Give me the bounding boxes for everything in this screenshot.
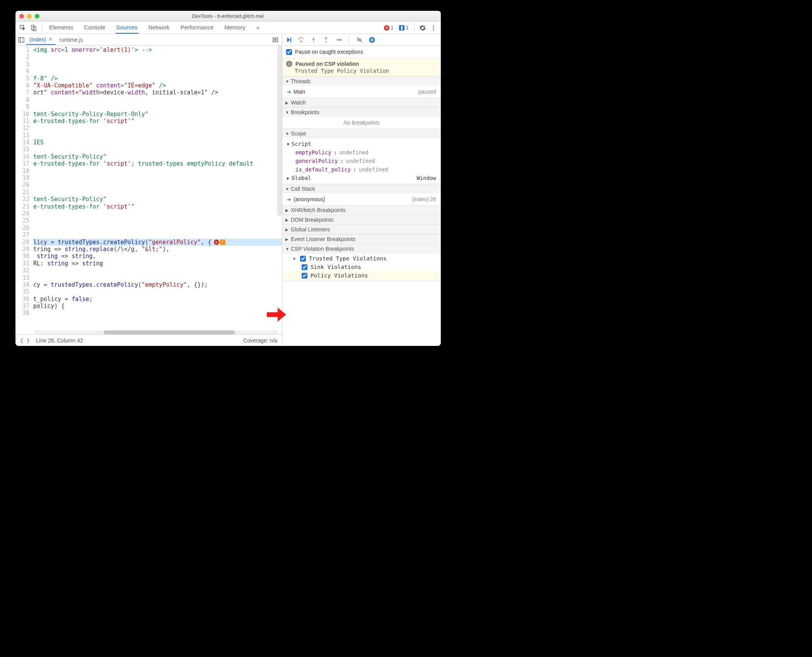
deactivate-breakpoints-icon[interactable]	[355, 36, 364, 44]
pause-caught-label: Pause on caught exceptions	[295, 49, 363, 55]
divider	[349, 36, 349, 44]
global-listeners-header[interactable]: ▶Global Listeners	[282, 225, 441, 234]
message-count-badge[interactable]: ❚ 1	[397, 24, 411, 31]
scope-script[interactable]: ▼Script	[282, 140, 441, 148]
tab-memory[interactable]: Memory	[224, 22, 246, 34]
editor-vertical-scrollbar[interactable]	[277, 46, 282, 216]
csp-policy-checkbox[interactable]	[302, 273, 307, 279]
csp-sink-checkbox[interactable]	[302, 264, 307, 270]
svg-point-5	[433, 29, 434, 30]
error-icon: ✕	[214, 240, 219, 245]
pause-exceptions-icon[interactable]	[368, 36, 376, 44]
close-icon[interactable]: ✕	[48, 36, 53, 42]
editor-horizontal-scrollbar[interactable]	[34, 330, 278, 334]
device-toggle-icon[interactable]	[29, 23, 39, 33]
tab-more[interactable]: »	[256, 22, 260, 34]
scope-global[interactable]: ▶GlobalWindow	[282, 174, 441, 182]
editor-tab-index[interactable]: (index) ✕	[26, 35, 56, 45]
watch-header[interactable]: ▶Watch	[282, 98, 441, 107]
step-over-icon[interactable]	[297, 36, 305, 44]
tab-console[interactable]: Console	[84, 22, 106, 34]
traffic-lights	[19, 14, 39, 19]
minimize-icon[interactable]	[27, 14, 32, 19]
resume-icon[interactable]	[285, 36, 293, 44]
scope-var[interactable]: is_default_policy: undefined	[282, 165, 441, 174]
paused-title: Paused on CSP violation	[295, 61, 359, 67]
code-content[interactable]: <img src=1 onerror='alert(1)'> -->f-8" /…	[32, 46, 282, 330]
csp-policy[interactable]: Policy Violations	[282, 271, 441, 280]
settings-icon[interactable]	[418, 23, 428, 33]
svg-marker-9	[275, 39, 277, 41]
paused-detail: Trusted Type Policy Violation	[286, 68, 437, 74]
callstack-header[interactable]: ▼Call Stack	[282, 184, 441, 193]
pause-caught-row: Pause on caught exceptions	[282, 46, 441, 58]
divider	[42, 24, 42, 32]
current-arrow-icon: ➔	[287, 197, 291, 202]
navigator-toggle-icon[interactable]	[17, 35, 26, 45]
callstack-frame[interactable]: ➔(anonymous)(index):28	[282, 195, 441, 204]
message-icon: ❚	[399, 25, 404, 31]
scope-var[interactable]: generalPolicy: undefined	[282, 157, 441, 165]
divider	[414, 24, 415, 32]
zoom-icon[interactable]	[35, 14, 39, 19]
pause-caught-checkbox[interactable]	[286, 49, 292, 55]
kebab-icon[interactable]	[428, 23, 438, 33]
tab-performance[interactable]: Performance	[180, 22, 215, 34]
svg-point-14	[326, 41, 327, 42]
info-icon: i	[286, 61, 292, 67]
inspect-icon[interactable]	[18, 23, 28, 33]
svg-rect-6	[19, 38, 24, 42]
csp-trusted-checkbox[interactable]	[300, 256, 306, 262]
breakpoints-header[interactable]: ▼Breakpoints	[282, 108, 441, 117]
svg-point-12	[301, 41, 302, 42]
paused-banner: i Paused on CSP violation Trusted Type P…	[282, 58, 441, 77]
panel-tabs: Elements Console Sources Network Perform…	[48, 22, 260, 34]
sources-pane: (index) ✕ runtime.js 1234567891011121314…	[15, 34, 282, 346]
threads-header[interactable]: ▼Threads	[282, 77, 441, 86]
step-into-icon[interactable]	[309, 36, 318, 44]
svg-point-3	[433, 25, 434, 26]
csp-trusted-type[interactable]: ▼Trusted Type Violations	[282, 254, 441, 263]
editor-statusbar: { } Line 28, Column 42 Coverage: n/a	[15, 334, 282, 346]
svg-rect-11	[290, 38, 291, 42]
main-toolbar: Elements Console Sources Network Perform…	[15, 22, 441, 34]
close-icon[interactable]	[19, 14, 24, 19]
line-gutter: 1234567891011121314151617181920212223242…	[15, 46, 32, 330]
scope-var[interactable]: emptyPolicy: undefined	[282, 148, 441, 157]
debugger-toolbar	[282, 34, 441, 46]
scrollbar-thumb[interactable]	[104, 330, 235, 334]
editor-tab-label: runtime.js	[60, 37, 83, 43]
editor-tab-runtime[interactable]: runtime.js	[56, 35, 86, 44]
warning-icon: !	[220, 240, 225, 245]
pretty-print-icon[interactable]: { }	[20, 337, 30, 344]
tab-network[interactable]: Network	[148, 22, 171, 34]
step-out-icon[interactable]	[322, 36, 330, 44]
error-count: 1	[391, 25, 394, 31]
debugger-pane: Pause on caught exceptions i Paused on C…	[282, 34, 441, 346]
xhr-breakpoints-header[interactable]: ▶XHR/fetch Breakpoints	[282, 205, 441, 215]
thread-main[interactable]: ➔Mainpaused	[282, 87, 441, 96]
window-title: DevTools - tt-enforced.glitch.me/	[15, 13, 441, 19]
editor-tab-label: (index)	[29, 36, 46, 43]
dom-breakpoints-header[interactable]: ▶DOM Breakpoints	[282, 215, 441, 224]
event-listener-breakpoints-header[interactable]: ▶Event Listener Breakpoints	[282, 234, 441, 244]
step-icon[interactable]	[334, 36, 343, 44]
scope-header[interactable]: ▼Scope	[282, 129, 441, 138]
svg-point-13	[313, 41, 314, 42]
tab-sources[interactable]: Sources	[116, 22, 138, 34]
svg-point-4	[433, 27, 434, 28]
cursor-position: Line 28, Column 42	[36, 337, 83, 344]
svg-marker-10	[287, 38, 290, 42]
svg-point-15	[340, 39, 341, 40]
more-tabs-icon[interactable]	[270, 35, 280, 45]
editor-tabs: (index) ✕ runtime.js	[15, 34, 282, 46]
error-count-badge[interactable]: ✕ 1	[382, 24, 396, 31]
code-editor[interactable]: 1234567891011121314151617181920212223242…	[15, 46, 282, 330]
devtools-window: DevTools - tt-enforced.glitch.me/ Elemen…	[15, 11, 441, 346]
tab-elements[interactable]: Elements	[48, 22, 74, 34]
csp-breakpoints-header[interactable]: ▼CSP Violation Breakpoints	[282, 244, 441, 253]
no-breakpoints: No breakpoints	[282, 118, 441, 127]
message-count: 1	[406, 25, 409, 31]
coverage-status: Coverage: n/a	[243, 337, 277, 344]
csp-sink[interactable]: Sink Violations	[282, 263, 441, 271]
